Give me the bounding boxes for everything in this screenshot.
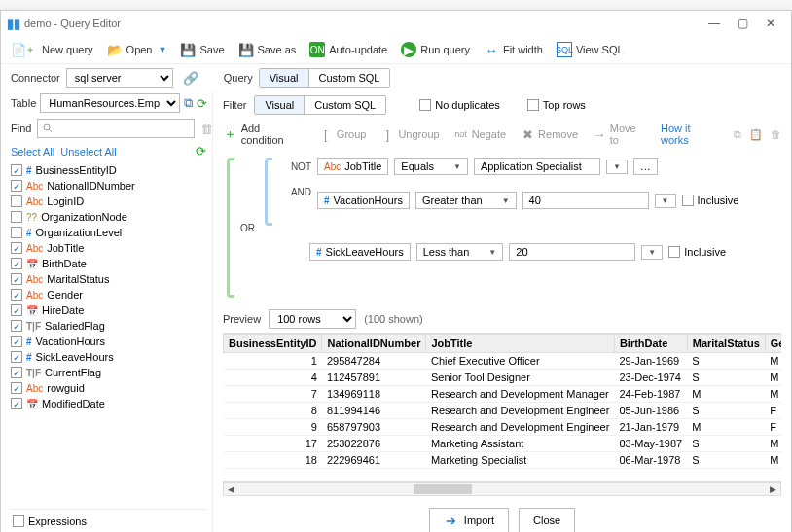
table-row[interactable]: 17253022876Marketing Assistant03-May-198… bbox=[224, 436, 782, 452]
chevron-down-icon: ▼ bbox=[159, 45, 167, 54]
connector-select[interactable]: sql server bbox=[66, 68, 173, 88]
horizontal-scrollbar[interactable]: ◀▶ bbox=[223, 482, 781, 496]
field-item[interactable]: ✓AbcNationalIDNumber bbox=[11, 178, 206, 194]
query-label: Query bbox=[224, 72, 253, 84]
table-row[interactable]: 18222969461Marketing Specialist06-Mar-19… bbox=[224, 452, 782, 469]
cond2-value[interactable]: 40 bbox=[522, 192, 649, 209]
paste-conditions-icon[interactable]: 📋 bbox=[749, 128, 763, 141]
ungroup-button[interactable]: ]Ungroup bbox=[379, 126, 439, 142]
field-item[interactable]: ✓📅HireDate bbox=[11, 302, 206, 318]
filter-custom-sql-tab[interactable]: Custom SQL bbox=[304, 96, 385, 114]
field-item[interactable]: #OrganizationLevel bbox=[11, 225, 206, 240]
cond2-value-dd[interactable]: ▼ bbox=[655, 194, 676, 208]
cond3-inclusive[interactable]: Inclusive bbox=[668, 246, 726, 258]
right-panel: Filter Visual Custom SQL No duplicates T… bbox=[213, 91, 791, 532]
unselect-all-link[interactable]: Unselect All bbox=[60, 146, 116, 158]
import-button[interactable]: ➔Import bbox=[429, 508, 509, 532]
link-icon[interactable]: 🔗 bbox=[183, 70, 198, 86]
expressions-toggle[interactable]: Expressions bbox=[13, 515, 87, 527]
field-item[interactable]: ✓#BusinessEntityID bbox=[11, 162, 206, 178]
field-item[interactable]: ✓Abcrowguid bbox=[11, 380, 206, 396]
fit-width-button[interactable]: ↔Fit width bbox=[484, 42, 543, 57]
add-condition-button[interactable]: ＋Add condition bbox=[223, 123, 305, 146]
query-editor-window: { "titlebar": { "text": "demo - Query Ed… bbox=[0, 10, 792, 532]
cond3-value-dd[interactable]: ▼ bbox=[641, 245, 663, 260]
table-row[interactable]: 7134969118Research and Development Manag… bbox=[224, 386, 782, 403]
query-mode-segment: Visual Custom SQL bbox=[259, 68, 391, 88]
refresh-fields-icon[interactable]: ⟳ bbox=[196, 144, 206, 159]
field-item[interactable]: ✓📅ModifiedDate bbox=[11, 396, 206, 411]
column-header[interactable]: JobTitle bbox=[426, 335, 614, 353]
condition-row-2: #VacationHours Greater than▼ 40 ▼ Inclus… bbox=[286, 192, 738, 209]
table-row[interactable]: 1295847284Chief Executive Officer29-Jan-… bbox=[224, 353, 782, 370]
cond1-value-dd[interactable]: ▼ bbox=[606, 160, 628, 174]
query-custom-sql-tab[interactable]: Custom SQL bbox=[308, 69, 390, 87]
negate-button[interactable]: notNegate bbox=[453, 126, 506, 142]
top-rows-checkbox[interactable]: Top rows bbox=[527, 99, 586, 111]
move-to-button[interactable]: →Move to bbox=[592, 123, 647, 146]
cond1-value[interactable]: Application Specialist bbox=[474, 158, 600, 175]
field-item[interactable]: ✓AbcMaritalStatus bbox=[11, 271, 206, 287]
field-item[interactable]: ✓T|FCurrentFlag bbox=[11, 365, 206, 380]
cond1-field[interactable]: AbcJobTitle bbox=[317, 158, 388, 175]
table-row[interactable]: 9658797903Research and Development Engin… bbox=[224, 419, 782, 436]
auto-update-toggle[interactable]: ONAuto-update bbox=[309, 42, 387, 57]
filter-mode-segment: Visual Custom SQL bbox=[254, 95, 386, 115]
run-query-button[interactable]: ▶Run query bbox=[401, 42, 470, 57]
save-as-button[interactable]: 💾Save as bbox=[238, 42, 297, 57]
cond1-op[interactable]: Equals▼ bbox=[394, 158, 468, 175]
field-item[interactable]: ??OrganizationNode bbox=[11, 209, 206, 225]
field-item[interactable]: ✓📅BirthDate bbox=[11, 256, 206, 271]
how-it-works-link[interactable]: How it works bbox=[661, 123, 720, 146]
column-header[interactable]: NationalIDNumber bbox=[322, 335, 426, 353]
or-label: OR bbox=[240, 223, 255, 233]
column-header[interactable]: Gender bbox=[765, 335, 781, 353]
close-button[interactable]: Close bbox=[519, 508, 575, 532]
titlebar: ▮▮ demo - Query Editor — ▢ ✕ bbox=[1, 11, 791, 36]
refresh-icon[interactable]: ⟳ bbox=[197, 96, 207, 111]
cond2-field[interactable]: #VacationHours bbox=[317, 192, 410, 209]
find-input[interactable] bbox=[37, 119, 195, 138]
table-row[interactable]: 4112457891Senior Tool Designer23-Dec-197… bbox=[224, 370, 782, 386]
delete-conditions-icon[interactable]: 🗑 bbox=[771, 128, 781, 141]
copy-conditions-icon[interactable]: ⧉ bbox=[734, 128, 741, 141]
save-button[interactable]: 💾Save bbox=[180, 42, 224, 57]
cond3-op[interactable]: Less than▼ bbox=[416, 243, 504, 261]
preview-shown: (100 shown) bbox=[364, 313, 423, 325]
minimize-button[interactable]: — bbox=[708, 17, 720, 30]
table-label: Table bbox=[11, 97, 36, 109]
chevron-down-icon: ▼ bbox=[662, 196, 669, 205]
query-visual-tab[interactable]: Visual bbox=[260, 69, 308, 87]
column-header[interactable]: BusinessEntityID bbox=[224, 335, 322, 353]
select-all-link[interactable]: Select All bbox=[11, 146, 54, 158]
view-sql-button[interactable]: SQLView SQL bbox=[557, 42, 624, 57]
column-header[interactable]: MaritalStatus bbox=[687, 335, 765, 353]
open-button[interactable]: 📂Open▼ bbox=[107, 42, 167, 57]
clear-find-icon[interactable]: 🗑 bbox=[200, 122, 213, 136]
table-select[interactable]: HumanResources.Emp bbox=[40, 93, 180, 113]
maximize-button[interactable]: ▢ bbox=[738, 17, 748, 30]
column-header[interactable]: BirthDate bbox=[614, 335, 687, 353]
no-duplicates-checkbox[interactable]: No duplicates bbox=[419, 99, 500, 111]
cond2-inclusive[interactable]: Inclusive bbox=[682, 195, 739, 206]
field-item[interactable]: ✓#SickLeaveHours bbox=[11, 349, 206, 365]
cond2-op[interactable]: Greater than▼ bbox=[415, 192, 517, 209]
new-query-button[interactable]: 📄＋New query bbox=[11, 42, 93, 57]
preview-rows-select[interactable]: 100 rows bbox=[269, 309, 356, 329]
field-item[interactable]: AbcLoginID bbox=[11, 194, 206, 209]
field-item[interactable]: ✓T|FSalariedFlag bbox=[11, 318, 206, 334]
preview-grid[interactable]: BusinessEntityIDNationalIDNumberJobTitle… bbox=[223, 333, 781, 482]
cond3-value[interactable]: 20 bbox=[509, 243, 635, 261]
field-item[interactable]: ✓AbcGender bbox=[11, 287, 206, 302]
filter-visual-tab[interactable]: Visual bbox=[255, 96, 304, 114]
copy-icon[interactable]: ⧉ bbox=[184, 95, 193, 111]
table-row[interactable]: 8811994146Research and Development Engin… bbox=[224, 403, 782, 419]
close-window-button[interactable]: ✕ bbox=[766, 17, 775, 30]
field-item[interactable]: ✓AbcJobTitle bbox=[11, 240, 206, 256]
group-button[interactable]: [Group bbox=[318, 126, 367, 142]
remove-button[interactable]: ✖Remove bbox=[520, 126, 578, 142]
cond1-more[interactable]: … bbox=[633, 158, 658, 175]
cond3-field[interactable]: #SickLeaveHours bbox=[309, 243, 411, 261]
fields-list: ✓#BusinessEntityID✓AbcNationalIDNumberAb… bbox=[11, 162, 206, 505]
field-item[interactable]: ✓#VacationHours bbox=[11, 334, 206, 349]
